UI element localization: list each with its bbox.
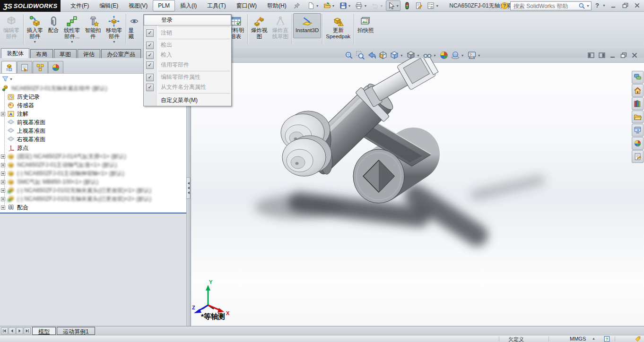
tree-expander-icon[interactable] [1, 205, 5, 210]
zoom-to-area-button[interactable] [355, 50, 366, 60]
help-ball-icon[interactable]: ? [501, 2, 508, 9]
ribbon-tab-草图[interactable]: 草图 [54, 49, 77, 58]
filter-dropdown-arrow-icon[interactable]: ▼ [9, 77, 13, 81]
tree-expander-icon[interactable] [1, 154, 5, 159]
linear-component-pattern-button[interactable]: 线性零 部件...▼ [61, 13, 83, 44]
tree-row[interactable]: 原点 [0, 144, 186, 152]
menu-插入(I)[interactable]: 插入(I) [175, 0, 202, 12]
taskpane-resources-button[interactable] [632, 97, 644, 110]
graphics-viewport[interactable]: Y Z X *等轴测 [191, 58, 644, 326]
panel-tab-configurationmanager[interactable] [33, 61, 48, 73]
dropdown-arrow-icon[interactable]: ▼ [113, 40, 116, 44]
smart-fasteners-button[interactable]: 智能扣 件 [83, 13, 104, 44]
edit-appearance-button[interactable] [439, 50, 449, 60]
help-menu[interactable]: ? [595, 2, 599, 9]
menu-窗口(W)[interactable]: 窗口(W) [231, 0, 262, 12]
ribbon-tab-评估[interactable]: 评估 [78, 49, 100, 58]
filter-icon[interactable] [2, 76, 9, 82]
dropdown-arrow-icon[interactable]: ▼ [435, 4, 439, 8]
hide-show-items-button[interactable]: ▼ [422, 50, 438, 60]
tree-expander-icon[interactable] [1, 197, 5, 201]
panel-collapse-handle[interactable] [186, 177, 191, 199]
doc-minimize-button[interactable] [609, 51, 617, 60]
dropdown-arrow-icon[interactable]: ▼ [478, 54, 481, 57]
zoom-to-fit-button[interactable] [344, 50, 354, 60]
nav-next-button[interactable] [16, 327, 23, 334]
section-view-button[interactable] [378, 50, 388, 60]
tree-row[interactable]: 上视基准面 [0, 127, 186, 135]
plm-menu-item-自定义菜单(M)[interactable]: 自定义菜单(M) [144, 94, 231, 106]
rebuild-button[interactable] [402, 0, 412, 11]
menu-checkbox-icon[interactable]: ✓ [146, 29, 154, 37]
options-button[interactable]: ▼ [426, 0, 440, 11]
dropdown-arrow-icon[interactable]: ▼ [417, 54, 420, 57]
insert-components-button[interactable]: 插入零 部件▼ [25, 13, 46, 44]
tree-row[interactable]: (-) NCA650ZFJ-0101无轴夹紧头(已更改双)<2> (默认) [0, 195, 186, 203]
taskpane-forum-button[interactable] [632, 71, 644, 84]
pane-right-button[interactable] [598, 51, 606, 60]
dropdown-arrow-icon[interactable]: ▼ [364, 4, 367, 8]
tree-row[interactable]: 配合 [0, 203, 186, 212]
menu-帮助(H)[interactable]: 帮助(H) [262, 0, 292, 12]
units-selector[interactable]: MMGS [570, 336, 586, 342]
ribbon-tab-布局[interactable]: 布局 [30, 49, 53, 58]
ribbon-tab-装配体[interactable]: 装配体 [1, 48, 29, 58]
panel-tab-propertymanager[interactable] [17, 61, 32, 73]
bottom-tab-模型[interactable]: 模型 [32, 327, 56, 335]
open-document-button[interactable]: ▼ [322, 0, 337, 11]
search-input[interactable] [513, 3, 578, 9]
file-properties-button[interactable] [414, 0, 424, 11]
taskpane-appearances-button[interactable] [632, 137, 644, 150]
update-speedpak-button[interactable]: !更新 Speedpak [323, 13, 353, 44]
tree-row[interactable]: (-) NCA650ZFJ-0102无轴夹紧头(已更改双)<1> (默认) [0, 186, 186, 195]
dropdown-arrow-icon[interactable]: ▼ [400, 54, 403, 57]
menu-checkbox-icon[interactable]: ✓ [146, 84, 154, 91]
tree-expander-icon[interactable] [1, 188, 5, 193]
select-cursor-button[interactable]: ▼ [386, 0, 400, 11]
instant3d-button[interactable]: Instant3D [293, 13, 321, 38]
plm-menu-item-登录[interactable]: 登录 [144, 15, 231, 26]
menu-PLM[interactable]: PLM [153, 0, 175, 11]
menu-视图(V)[interactable]: 视图(V) [123, 0, 153, 12]
taskpane-design-library-button[interactable] [632, 124, 644, 137]
menu-checkbox-icon[interactable]: ✓ [146, 61, 154, 69]
tree-expander-icon[interactable] [1, 112, 5, 116]
nav-previous-button[interactable] [9, 327, 16, 334]
pane-left-button[interactable] [587, 51, 595, 60]
tree-expander-icon[interactable] [1, 171, 5, 176]
dropdown-arrow-icon[interactable]: ▼ [70, 40, 74, 44]
menu-工具(T)[interactable]: 工具(T) [202, 0, 231, 12]
tag-icon[interactable] [635, 336, 641, 342]
restore-button[interactable] [621, 1, 629, 9]
taskpane-custom-properties-button[interactable] [632, 150, 644, 163]
menu-checkbox-icon[interactable]: ✓ [146, 42, 154, 49]
save-button[interactable]: ▼ [338, 0, 353, 11]
tree-row[interactable]: (-) NCA650ZFJ-01主动轴伸缩轴<1> (默认) [0, 169, 186, 178]
show-hidden-components-button[interactable]: 显 藏 [127, 13, 142, 44]
tree-row[interactable]: 右视基准面 [0, 135, 186, 144]
mate-button[interactable]: 配合 [45, 13, 61, 38]
menu-编辑(E)[interactable]: 编辑(E) [94, 0, 123, 12]
dropdown-arrow-icon[interactable]: ▼ [33, 40, 36, 44]
print-button[interactable]: ▼ [354, 0, 368, 11]
search-magnifier-icon[interactable] [578, 2, 585, 9]
tree-expander-icon[interactable] [1, 163, 5, 167]
tree-expander-icon[interactable] [1, 180, 5, 184]
units-dropdown-arrow-icon[interactable]: ▲ [592, 337, 595, 340]
panel-tab-displaymanager[interactable] [48, 61, 63, 73]
view-orientation-button[interactable]: ▼ [389, 50, 405, 60]
dropdown-arrow-icon[interactable]: ▼ [433, 54, 436, 57]
new-document-button[interactable]: ▼ [306, 0, 321, 11]
previous-view-button[interactable] [366, 50, 377, 60]
search-dropdown-arrow-icon[interactable]: ▼ [586, 4, 590, 8]
bottom-tab-运动算例1[interactable]: 运动算例1 [57, 327, 95, 335]
doc-close-button[interactable] [631, 51, 638, 60]
tree-row[interactable]: NCA650ZFJ-01主动轴气缸座<1> (默认) [0, 161, 186, 169]
view-settings-button[interactable]: ▼ [467, 50, 482, 60]
minimize-button[interactable] [609, 1, 618, 9]
ribbon-tab-办公室产品[interactable]: 办公室产品 [101, 49, 141, 58]
taskpane-file-explorer-button[interactable] [632, 111, 644, 123]
dropdown-arrow-icon[interactable]: ▼ [332, 4, 335, 8]
help-dropdown-arrow-icon[interactable]: ▼ [602, 4, 606, 7]
dropdown-arrow-icon[interactable]: ▼ [461, 54, 464, 57]
